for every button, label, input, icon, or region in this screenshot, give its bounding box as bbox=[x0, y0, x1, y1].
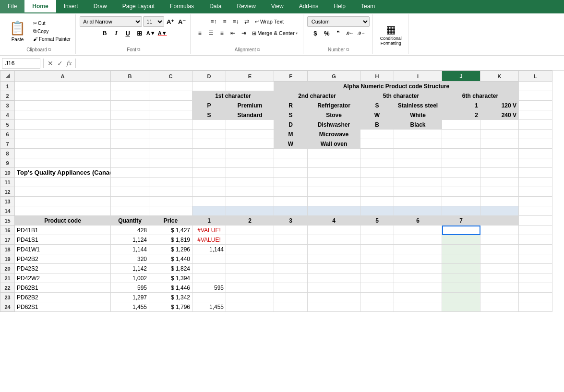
cell-C20[interactable]: $ 1,824 bbox=[149, 264, 192, 273]
tab-insert[interactable]: Insert bbox=[56, 0, 86, 13]
cell-B23[interactable]: 1,297 bbox=[111, 293, 149, 302]
cell-J10[interactable] bbox=[442, 168, 480, 178]
cell-J24[interactable] bbox=[442, 302, 480, 312]
cell-H3[interactable]: S bbox=[360, 101, 394, 110]
font-expander-icon[interactable]: ⧉ bbox=[137, 47, 140, 52]
cell-B12[interactable] bbox=[111, 187, 149, 197]
cell-K23[interactable] bbox=[480, 293, 519, 302]
cell-G4[interactable]: Stove bbox=[308, 110, 360, 120]
cell-L2[interactable] bbox=[519, 91, 552, 101]
row-header-11[interactable]: 11 bbox=[0, 178, 15, 187]
row-header-16[interactable]: 16 bbox=[0, 226, 15, 235]
cell-G20[interactable] bbox=[308, 264, 360, 273]
col-header-F[interactable]: F bbox=[274, 71, 308, 82]
cell-F1[interactable]: Alpha Numeric Product code Structure bbox=[274, 82, 519, 91]
cell-E21[interactable] bbox=[226, 273, 274, 283]
tab-addins[interactable]: Add-ins bbox=[291, 0, 326, 13]
cell-D17[interactable]: #VALUE! bbox=[192, 235, 226, 245]
cell-L23[interactable] bbox=[519, 293, 552, 302]
formula-input[interactable] bbox=[79, 60, 562, 67]
cell-E12[interactable] bbox=[226, 187, 274, 197]
alignment-expander-icon[interactable]: ⧉ bbox=[257, 47, 260, 52]
cell-K3[interactable]: 120 V bbox=[480, 101, 519, 110]
cell-F22[interactable] bbox=[274, 283, 308, 293]
cell-B24[interactable]: 1,455 bbox=[111, 302, 149, 312]
cell-E1[interactable] bbox=[226, 82, 274, 91]
row-header-3[interactable]: 3 bbox=[0, 101, 15, 110]
cell-D16[interactable]: #VALUE! bbox=[192, 226, 226, 235]
cell-F18[interactable] bbox=[274, 245, 308, 254]
tab-formulas[interactable]: Formulas bbox=[162, 0, 202, 13]
cell-B4[interactable] bbox=[111, 110, 149, 120]
cell-A17[interactable]: PD41S1 bbox=[15, 235, 111, 245]
cell-K20[interactable] bbox=[480, 264, 519, 273]
cell-A6[interactable] bbox=[15, 130, 111, 139]
cell-E22[interactable] bbox=[226, 283, 274, 293]
cell-B1[interactable] bbox=[111, 82, 149, 91]
cell-C16[interactable]: $ 1,427 bbox=[149, 226, 192, 235]
cell-A2[interactable] bbox=[15, 91, 111, 101]
cell-H14[interactable] bbox=[360, 206, 394, 216]
cell-I17[interactable] bbox=[394, 235, 442, 245]
cell-C1[interactable] bbox=[149, 82, 192, 91]
cell-E15[interactable]: 2 bbox=[226, 216, 274, 226]
col-header-C[interactable]: C bbox=[149, 71, 192, 82]
cell-K24[interactable] bbox=[480, 302, 519, 312]
col-header-G[interactable]: G bbox=[308, 71, 360, 82]
increase-font-button[interactable]: A⁺ bbox=[165, 16, 176, 27]
cell-B15[interactable]: Quantity bbox=[111, 216, 149, 226]
cell-I19[interactable] bbox=[394, 254, 442, 264]
underline-button[interactable]: U bbox=[122, 28, 133, 38]
cell-D23[interactable] bbox=[192, 293, 226, 302]
col-header-J[interactable]: J bbox=[442, 71, 480, 82]
cancel-formula-icon[interactable]: ✕ bbox=[47, 59, 54, 68]
cell-A5[interactable] bbox=[15, 120, 111, 130]
cell-J15[interactable]: 7 bbox=[442, 216, 480, 226]
tab-page-layout[interactable]: Page Layout bbox=[115, 0, 162, 13]
cell-J6[interactable] bbox=[442, 130, 480, 139]
cell-C17[interactable]: $ 1,819 bbox=[149, 235, 192, 245]
col-header-K[interactable]: K bbox=[480, 71, 519, 82]
cell-B14[interactable] bbox=[111, 206, 149, 216]
cell-C4[interactable] bbox=[149, 110, 192, 120]
cell-F13[interactable] bbox=[274, 197, 308, 206]
cell-H5[interactable]: B bbox=[360, 120, 394, 130]
cell-H9[interactable] bbox=[360, 158, 394, 168]
cell-L7[interactable] bbox=[519, 139, 552, 149]
cell-B18[interactable]: 1,144 bbox=[111, 245, 149, 254]
cut-button[interactable]: ✂ Cut bbox=[31, 20, 72, 27]
cell-E19[interactable] bbox=[226, 254, 274, 264]
tab-help[interactable]: Help bbox=[326, 0, 353, 13]
cell-B21[interactable]: 1,002 bbox=[111, 273, 149, 283]
cell-L22[interactable] bbox=[519, 283, 552, 293]
cell-D10[interactable] bbox=[192, 168, 226, 178]
cell-C3[interactable] bbox=[149, 101, 192, 110]
cell-J21[interactable] bbox=[442, 273, 480, 283]
cell-K7[interactable] bbox=[480, 139, 519, 149]
row-header-22[interactable]: 22 bbox=[0, 283, 15, 293]
cell-A1[interactable] bbox=[15, 82, 111, 91]
cell-G24[interactable] bbox=[308, 302, 360, 312]
increase-decimal-button[interactable]: .0→ bbox=[356, 28, 367, 38]
cell-F3[interactable]: R bbox=[274, 101, 308, 110]
cell-L3[interactable] bbox=[519, 101, 552, 110]
insert-function-icon[interactable]: 𝑓𝑥 bbox=[66, 58, 72, 68]
cell-F19[interactable] bbox=[274, 254, 308, 264]
col-header-H[interactable]: H bbox=[360, 71, 394, 82]
cell-D4[interactable]: S bbox=[192, 110, 226, 120]
cell-J19[interactable] bbox=[442, 254, 480, 264]
cell-H2[interactable]: 5th character bbox=[360, 91, 442, 101]
cell-H10[interactable] bbox=[360, 168, 394, 178]
cell-E6[interactable] bbox=[226, 130, 274, 139]
cell-C11[interactable] bbox=[149, 178, 192, 187]
cell-H6[interactable] bbox=[360, 130, 394, 139]
cell-B9[interactable] bbox=[111, 158, 149, 168]
row-header-4[interactable]: 4 bbox=[0, 110, 15, 120]
cell-E3[interactable]: Premium bbox=[226, 101, 274, 110]
cell-D18[interactable]: 1,144 bbox=[192, 245, 226, 254]
number-format-select[interactable]: Custom bbox=[307, 16, 370, 27]
cell-F4[interactable]: S bbox=[274, 110, 308, 120]
cell-G9[interactable] bbox=[308, 158, 360, 168]
col-header-L[interactable]: L bbox=[519, 71, 552, 82]
row-header-19[interactable]: 19 bbox=[0, 254, 15, 264]
